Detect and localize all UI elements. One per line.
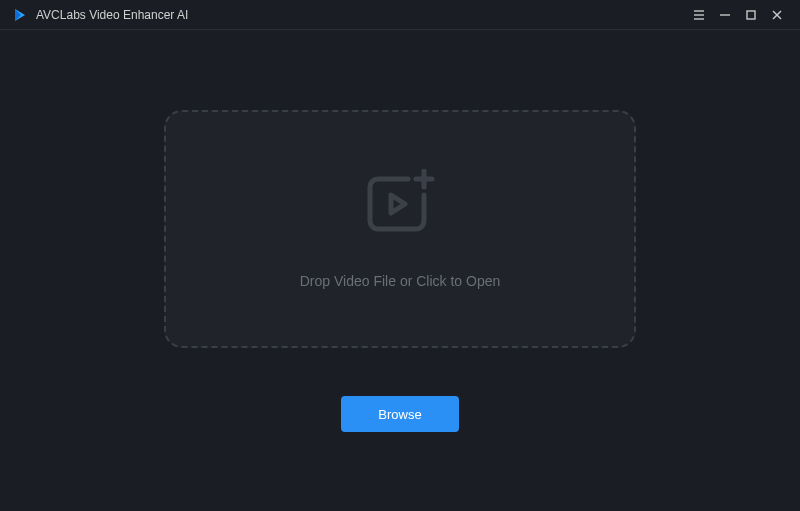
- menu-button[interactable]: [686, 2, 712, 28]
- title-bar: AVCLabs Video Enhancer AI: [0, 0, 800, 30]
- add-video-icon: [360, 169, 440, 243]
- drop-zone[interactable]: Drop Video File or Click to Open: [164, 110, 636, 348]
- close-button[interactable]: [764, 2, 790, 28]
- browse-button[interactable]: Browse: [341, 396, 459, 432]
- svg-rect-4: [747, 11, 755, 19]
- app-logo-icon: [12, 7, 28, 23]
- app-title: AVCLabs Video Enhancer AI: [36, 8, 188, 22]
- main-area: Drop Video File or Click to Open Browse: [0, 30, 800, 511]
- drop-zone-text: Drop Video File or Click to Open: [300, 273, 501, 289]
- minimize-button[interactable]: [712, 2, 738, 28]
- maximize-button[interactable]: [738, 2, 764, 28]
